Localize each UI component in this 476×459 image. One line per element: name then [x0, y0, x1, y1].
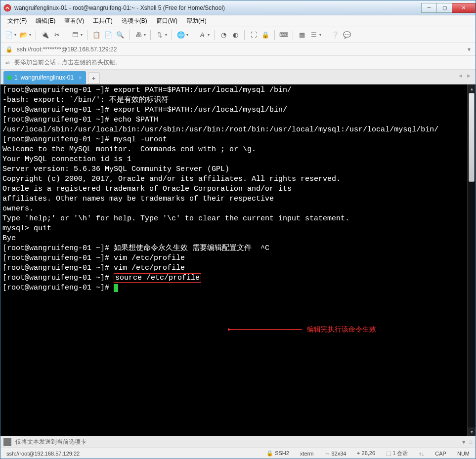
hint-arrow-icon[interactable]: ➪ [5, 59, 10, 66]
window-title: wangruifenglinux-01 - root@wangruifeng-0… [14, 4, 422, 11]
tabbar: 1 wangruifenglinux-01 × + ◄ ► [0, 70, 476, 84]
help-icon[interactable]: ❔ [331, 31, 340, 40]
terminal-line: Welcome to the MySQL monitor. Commands e… [2, 145, 465, 155]
scroll-up-icon[interactable]: ▴ [468, 84, 476, 93]
disconnect-icon[interactable]: ✂ [52, 31, 61, 40]
statusbar: ssh://root@192.168.57.129:22 🔒 SSH2 xter… [0, 448, 476, 459]
new-session-icon[interactable]: 📄 [4, 31, 13, 40]
highlighted-command: source /etc/profile [114, 273, 201, 283]
color-icon[interactable]: ◔ [219, 31, 228, 40]
size-icon: ↔ [324, 451, 330, 457]
terminal-line: Bye [2, 234, 465, 244]
menu-help[interactable]: 帮助(H) [184, 16, 209, 26]
lock-small-icon: 🔒 [5, 46, 13, 53]
terminal-line: [root@wangruifeng-01 ~]# export PATH=$PA… [2, 105, 465, 115]
find-icon[interactable]: 🔍 [116, 31, 125, 40]
font-icon[interactable]: A [198, 31, 207, 40]
theme-icon[interactable]: ◐ [231, 31, 240, 40]
status-connection: ssh://root@192.168.57.129:22 [4, 451, 258, 457]
minimize-button[interactable]: ─ [421, 3, 437, 13]
send-input[interactable]: 仅将文本发送到当前选项卡 [15, 438, 458, 446]
app-icon [3, 4, 11, 12]
terminal-line: [root@wangruifeng-01 ~]# export PATH=$PA… [2, 85, 465, 95]
status-lock-icon: 🔒 [266, 450, 273, 456]
terminal[interactable]: [root@wangruifeng-01 ~]# export PATH=$PA… [0, 84, 467, 436]
sessions-icon: ⬚ [386, 450, 391, 456]
terminal-line: Oracle is a registered trademark of Orac… [2, 184, 465, 194]
terminal-line: affiliates. Other names may be trademark… [2, 194, 465, 204]
terminal-line: [root@wangruifeng-01 ~]# echo $PATH [2, 115, 465, 125]
toolbar: 📄▾ 📂▾ 🔌 ✂ 🗔▾ 📋 📄 🔍 🖶▾ ⇅▾ 🌐▾ A▾ ◔ ◐ ⛶ 🔒 ⌨… [0, 27, 476, 43]
svg-point-0 [4, 4, 11, 11]
terminal-line: owners. [2, 204, 465, 214]
terminal-line: [root@wangruifeng-01 ~]# mysql -uroot [2, 135, 465, 145]
transfer-icon[interactable]: ⇅ [155, 31, 164, 40]
annotation-text: 编辑完执行该命令生效 [307, 325, 376, 334]
hint-bar: ➪ 要添加当前会话，点击左侧的箭头按钮。 [0, 56, 476, 70]
lock-icon[interactable]: 🔒 [261, 31, 270, 40]
app-window: wangruifenglinux-01 - root@wangruifeng-0… [0, 0, 476, 459]
menubar: 文件(F) 编辑(E) 查看(V) 工具(T) 选项卡(B) 窗口(W) 帮助(… [0, 15, 476, 27]
net-down-icon: ↓ [422, 451, 425, 457]
copy-icon[interactable]: 📋 [92, 31, 101, 40]
terminal-line: [root@wangruifeng-01 ~]# 如果想使命令永久生效 需要编辑… [2, 244, 465, 253]
status-size: 92x34 [331, 451, 346, 457]
menu-window[interactable]: 窗口(W) [154, 16, 179, 26]
cursor [114, 284, 118, 292]
annotation-arrow [228, 325, 307, 334]
menu-tools[interactable]: 工具(T) [91, 16, 114, 26]
terminal-line: Type 'help;' or '\h' for help. Type '\c'… [2, 214, 465, 224]
scroll-thumb[interactable] [469, 93, 475, 182]
status-num: NUM [455, 451, 472, 457]
address-bar: 🔒 ssh://root:********@192.168.57.129:22 … [0, 43, 476, 56]
send-dropdown-icon[interactable]: ▾ [462, 438, 466, 446]
status-cap: CAP [433, 451, 448, 457]
properties-icon[interactable]: 🗔 [71, 31, 80, 40]
tile-icon[interactable]: ▦ [298, 31, 306, 40]
terminal-area: [root@wangruifeng-01 ~]# export PATH=$PA… [0, 84, 476, 436]
status-term: xterm [298, 451, 316, 457]
address-url[interactable]: ssh://root:********@192.168.57.129:22 [17, 46, 464, 53]
close-button[interactable]: ✕ [452, 3, 476, 13]
print-icon[interactable]: 🖶 [134, 31, 143, 40]
feedback-icon[interactable]: 💬 [343, 31, 351, 40]
status-dot-icon [7, 76, 11, 80]
paste-icon[interactable]: 📄 [104, 31, 113, 40]
reconnect-icon[interactable]: 🔌 [41, 31, 49, 40]
send-target-icon[interactable] [3, 438, 11, 446]
globe-icon[interactable]: 🌐 [176, 31, 185, 40]
tab-next-icon[interactable]: ► [466, 73, 472, 79]
terminal-line: /usr/local/sbin:/usr/local/bin:/usr/sbin… [2, 125, 465, 135]
terminal-line: Copyright (c) 2000, 2017, Oracle and/or … [2, 174, 465, 184]
menu-file[interactable]: 文件(F) [5, 16, 29, 26]
window-controls: ─ ▢ ✕ [422, 3, 476, 13]
add-tab-button[interactable]: + [88, 72, 100, 84]
keyboard-icon[interactable]: ⌨ [279, 31, 288, 40]
session-tab[interactable]: 1 wangruifenglinux-01 × [3, 71, 86, 84]
terminal-line: [root@wangruifeng-01 ~]# vim /etc/profil… [2, 253, 465, 263]
open-folder-icon[interactable]: 📂 [19, 31, 28, 40]
tab-close-icon[interactable]: × [79, 75, 82, 81]
menu-view[interactable]: 查看(V) [62, 16, 86, 26]
tab-label: wangruifenglinux-01 [21, 74, 74, 81]
scrollbar[interactable]: ▴ ▾ [467, 84, 476, 436]
tab-index: 1 [14, 74, 18, 81]
status-ssh: SSH2 [275, 450, 289, 456]
pos-icon: ⌖ [357, 450, 360, 456]
fullscreen-icon[interactable]: ⛶ [249, 31, 258, 40]
scroll-down-icon[interactable]: ▾ [468, 427, 476, 436]
terminal-line: [root@wangruifeng-01 ~]# vim /etc/profil… [2, 263, 465, 273]
cascade-icon[interactable]: ☰ [309, 31, 318, 40]
maximize-button[interactable]: ▢ [436, 3, 452, 13]
terminal-line: [root@wangruifeng-01 ~]# [2, 283, 465, 293]
menu-tab[interactable]: 选项卡(B) [120, 16, 149, 26]
send-list-icon[interactable]: ≡ [469, 438, 473, 446]
terminal-line: Server version: 5.6.36 MySQL Community S… [2, 165, 465, 174]
terminal-line: -bash: export: `/bin/': 不是有效的标识符 [2, 95, 465, 105]
menu-edit[interactable]: 编辑(E) [34, 16, 57, 26]
address-dropdown-icon[interactable]: ▾ [468, 46, 471, 53]
status-pos: 26,26 [362, 450, 376, 456]
tab-prev-icon[interactable]: ◄ [458, 73, 463, 79]
titlebar: wangruifenglinux-01 - root@wangruifeng-0… [0, 0, 476, 15]
tab-nav: ◄ ► [458, 73, 472, 79]
